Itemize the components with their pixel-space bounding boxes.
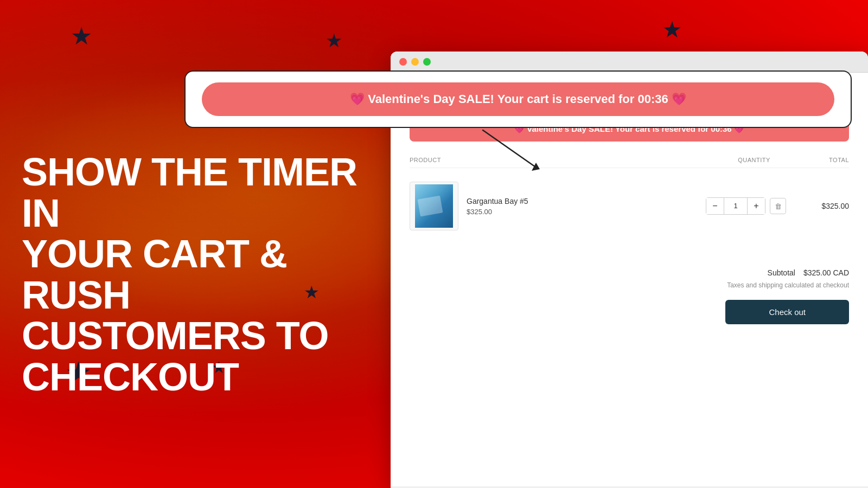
quantity-increase-button[interactable]: + (748, 198, 765, 214)
delete-item-button[interactable]: 🗑 (770, 198, 786, 214)
browser-dot-yellow (411, 58, 419, 66)
subtotal-row: Subtotal $325.00 CAD (410, 268, 849, 277)
hero-text: SHOW THE TIMER IN YOUR CART & RUSH CUSTO… (22, 152, 358, 398)
product-price: $325.00 (467, 208, 697, 216)
star-icon-1: ★ (71, 22, 92, 50)
product-info: Gargantua Bay #5 $325.00 (467, 197, 697, 216)
col-total: TOTAL (795, 157, 849, 163)
top-banner-popup: 💗 Valentine's Day SALE! Your cart is res… (184, 70, 852, 128)
product-name: Gargantua Bay #5 (467, 197, 697, 206)
browser-dot-green (423, 58, 431, 66)
col-quantity: QUANTITY (713, 157, 795, 163)
star-icon-2: ★ (326, 30, 342, 52)
quantity-group: − 1 + 🗑 (705, 197, 787, 215)
browser-dot-red (399, 58, 407, 66)
top-banner-bar-text: 💗 Valentine's Day SALE! Your cart is res… (202, 82, 834, 116)
product-artwork (415, 184, 453, 228)
checkout-button[interactable]: Check out (725, 300, 849, 324)
col-product: PRODUCT (410, 157, 713, 163)
subtotal-label: Subtotal (768, 268, 795, 277)
subtotal-value: $325.00 CAD (803, 268, 849, 277)
table-headers: PRODUCT QUANTITY TOTAL (410, 152, 849, 168)
quantity-value: 1 (724, 198, 748, 214)
browser-titlebar (391, 52, 868, 73)
cart-page: Your cart Continue shopping 💗 Valentine'… (391, 73, 868, 486)
quantity-decrease-button[interactable]: − (706, 198, 724, 214)
tax-note: Taxes and shipping calculated at checkou… (410, 281, 849, 289)
cart-footer: Subtotal $325.00 CAD Taxes and shipping … (410, 258, 849, 324)
table-row: Gargantua Bay #5 $325.00 − 1 + 🗑 $325.00 (410, 176, 849, 236)
star-icon-3: ★ (662, 16, 682, 43)
product-image (410, 182, 458, 230)
line-total: $325.00 (795, 202, 849, 210)
quantity-controls: − 1 + (706, 197, 765, 215)
